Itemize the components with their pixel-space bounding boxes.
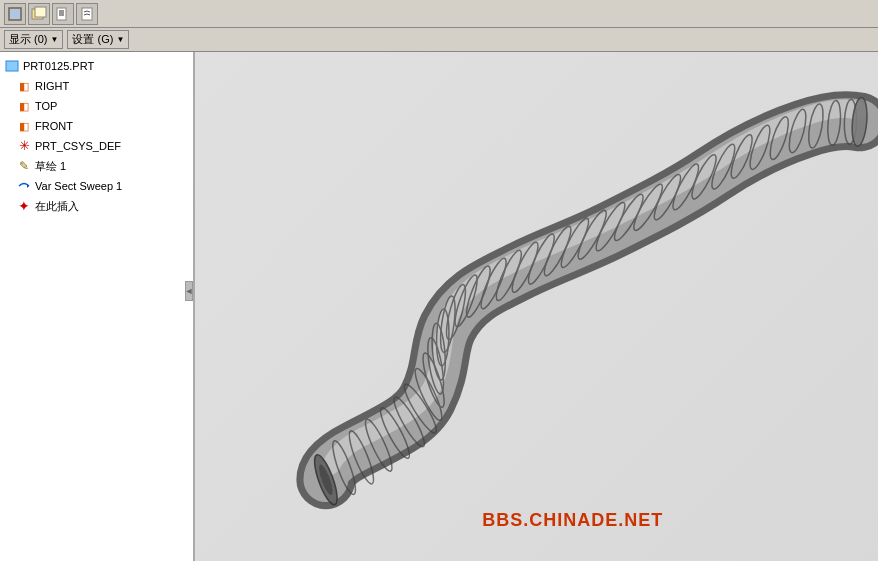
plane-icon-right: ◧ xyxy=(16,78,32,94)
tree-item-csys[interactable]: ✳ PRT_CSYS_DEF xyxy=(2,136,191,156)
tree-label-insert: 在此插入 xyxy=(35,197,79,215)
tree-label-sketch: 草绘 1 xyxy=(35,157,66,175)
display-arrow: ▼ xyxy=(51,35,59,44)
left-panel-splitter[interactable]: ◄ xyxy=(185,281,193,301)
tree-label-right: RIGHT xyxy=(35,77,69,95)
svg-rect-1 xyxy=(11,10,19,18)
settings-menu[interactable]: 设置 (G) ▼ xyxy=(67,30,129,49)
tree-label-csys: PRT_CSYS_DEF xyxy=(35,137,121,155)
top-toolbar xyxy=(0,0,878,28)
plane-icon-front: ◧ xyxy=(16,118,32,134)
toolbar-icon-1[interactable] xyxy=(4,3,26,25)
right-viewport[interactable]: BBS.CHINADE.NET xyxy=(195,52,878,561)
plane-icon-top: ◧ xyxy=(16,98,32,114)
sketch-icon: ✎ xyxy=(16,158,32,174)
part-icon xyxy=(4,58,20,74)
tree-item-sweep[interactable]: Var Sect Sweep 1 xyxy=(2,176,191,196)
tree-item-front[interactable]: ◧ FRONT xyxy=(2,116,191,136)
tree-area: PRT0125.PRT ◧ RIGHT ◧ TOP ◧ FRONT ✳ PRT_… xyxy=(0,52,193,561)
tree-label-sweep: Var Sect Sweep 1 xyxy=(35,177,122,195)
3d-tube-model xyxy=(275,82,878,542)
settings-label: 设置 (G) xyxy=(72,32,113,47)
viewport-background: BBS.CHINADE.NET xyxy=(195,52,878,561)
toolbar-icon-3[interactable] xyxy=(52,3,74,25)
tree-item-right[interactable]: ◧ RIGHT xyxy=(2,76,191,96)
tree-item-top[interactable]: ◧ TOP xyxy=(2,96,191,116)
tree-root[interactable]: PRT0125.PRT xyxy=(2,56,191,76)
sweep-icon xyxy=(16,178,32,194)
svg-rect-4 xyxy=(57,8,66,20)
display-menu[interactable]: 显示 (0) ▼ xyxy=(4,30,63,49)
menu-bar: 显示 (0) ▼ 设置 (G) ▼ xyxy=(0,28,878,52)
svg-rect-3 xyxy=(35,7,46,17)
toolbar-icon-4[interactable] xyxy=(76,3,98,25)
toolbar-icon-2[interactable] xyxy=(28,3,50,25)
display-label: 显示 (0) xyxy=(9,32,48,47)
tree-item-sketch[interactable]: ✎ 草绘 1 xyxy=(2,156,191,176)
tree-label-front: FRONT xyxy=(35,117,73,135)
insert-icon: ✦ xyxy=(16,198,32,214)
tree-root-label: PRT0125.PRT xyxy=(23,57,94,75)
settings-arrow: ▼ xyxy=(116,35,124,44)
svg-rect-9 xyxy=(6,61,18,71)
tree-label-top: TOP xyxy=(35,97,57,115)
csys-icon: ✳ xyxy=(16,138,32,154)
left-panel: PRT0125.PRT ◧ RIGHT ◧ TOP ◧ FRONT ✳ PRT_… xyxy=(0,52,195,561)
tree-item-insert[interactable]: ✦ 在此插入 xyxy=(2,196,191,216)
main-layout: PRT0125.PRT ◧ RIGHT ◧ TOP ◧ FRONT ✳ PRT_… xyxy=(0,52,878,561)
watermark: BBS.CHINADE.NET xyxy=(482,510,663,531)
